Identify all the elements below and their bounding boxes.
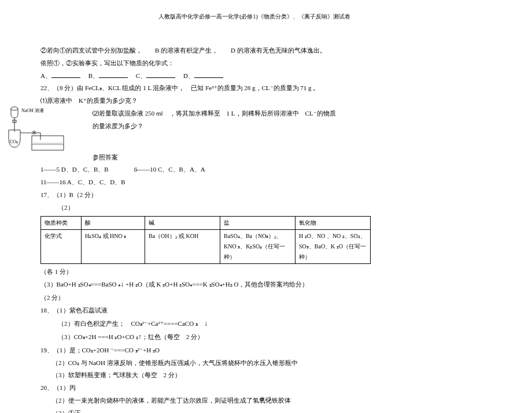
table-r1c5: 氧化物 bbox=[295, 216, 371, 229]
answer-17-3: （各 1 分） bbox=[40, 266, 497, 278]
question-pre-3: A、 B、 C、 D、 bbox=[40, 70, 497, 82]
table-r1c1: 物质种类 bbox=[41, 216, 82, 229]
blank-b bbox=[99, 71, 128, 78]
table-r1c2: 酸 bbox=[82, 216, 145, 229]
answer-20-1: 20、（1）丙 bbox=[40, 382, 497, 394]
label-a: A、 bbox=[40, 72, 51, 79]
apparatus-diagram: NaOH 溶液 水 CO₂ bbox=[3, 104, 72, 156]
blank-c bbox=[146, 71, 175, 78]
answer-19-1: 19、（1）是；CO₂+2OH ⁻===CO ₃²⁻+H ₂O bbox=[40, 345, 497, 356]
blank-a bbox=[51, 71, 80, 78]
table-r2c5: H ₂O、NO 、NO ₂、SO₂、SO₃、BaO、K ₂O（任写一种） bbox=[295, 229, 371, 263]
page-header: 人教版高中化学必修一高一化学(必修1)《物质分类》、《离子反响》测试卷 bbox=[12, 12, 497, 22]
table-r1c4: 盐 bbox=[220, 216, 295, 229]
ans-17-4a: （3）BaO+H ₂SO₄===BaSO ₄ bbox=[40, 281, 120, 288]
answer-17-1: 17、（1）B（2 分） bbox=[40, 189, 497, 201]
question-22-2: ⑴原溶液中 K⁺的质量为多少克？ bbox=[40, 95, 497, 107]
answers-title: 参照答案 bbox=[40, 152, 497, 163]
svg-rect-6 bbox=[32, 136, 64, 150]
question-pre-1: ②若向①的四支试管中分别加盐酸， B 的溶液有积淀产生， D 的溶液有无色无味的… bbox=[40, 45, 497, 57]
question-pre-2: 依照①，②实验事实，写出以下物质的化学式： bbox=[40, 58, 497, 69]
diagram-water-label: 水 bbox=[32, 130, 36, 135]
diagram-co2-label: CO₂ bbox=[10, 139, 18, 144]
answer-table: 物质种类 酸 碱 盐 氧化物 化学式 H₂SO₄ 或 HNO ₃ Ba（OH）₂… bbox=[40, 216, 371, 264]
table-r2c1: 化学式 bbox=[41, 229, 82, 263]
answer-19-2: （2）CO₂ 与 NaOH 溶液反响，使锥形瓶内压强减小，大气压将烧杯中的水压入… bbox=[40, 358, 497, 369]
table-r1c3: 碱 bbox=[145, 216, 220, 229]
ans-6-10-text: 6——10 C、C、B、A、A bbox=[134, 166, 205, 173]
answer-17-4: （3）BaO+H ₂SO₄===BaSO ₄↓ +H ₂O（或 K ₂O+H ₂… bbox=[40, 278, 497, 291]
ans-17-4b: +H ₂O（或 K ₂O+H ₂SO₄===K ₂SO₄+H₂ O，其他合理答案… bbox=[124, 281, 308, 288]
answer-18-1: 18、（1）紫色石蕊试液 bbox=[40, 305, 497, 317]
answer-18-2: （2）有白色积淀产生； CO₃²⁻+Ca²⁺====CaCO ₃ ↓ bbox=[40, 318, 497, 330]
answers-1-5: 1——5 D、D、C、B、B 6——10 C、C、B、A、A bbox=[40, 164, 497, 176]
document-body: ②若向①的四支试管中分别加盐酸， B 的溶液有积淀产生， D 的溶液有无色无味的… bbox=[40, 45, 497, 413]
down-arrow-icon-2: ↓ bbox=[204, 318, 208, 330]
table-r2c3: Ba（OH）₂ 或 KOH bbox=[145, 229, 220, 263]
blank-d bbox=[194, 71, 223, 78]
ans-18-3b: ；红色（每空 2 分） bbox=[142, 333, 204, 340]
answer-20-3: （3）①正 bbox=[40, 408, 497, 413]
diagram-naoh-label: NaOH 溶液 bbox=[21, 108, 44, 113]
ans-18-2a: （2）有白色积淀产生； CO₃²⁻+Ca²⁺====CaCO ₃ bbox=[58, 320, 204, 327]
table-r2c2: H₂SO₄ 或 HNO ₃ bbox=[82, 229, 145, 263]
question-22-4: 的量浓度为多少？ bbox=[40, 121, 497, 132]
label-c: C、 bbox=[130, 72, 146, 79]
answer-18-3: （3）CO₃+2H ===H ₂O+CO ₂↑；红色（每空 2 分） bbox=[40, 331, 497, 344]
question-22-3: ⑵若量取该混杂液 250 ml ，将其加水稀释至 1 L，则稀释后所得溶液中 C… bbox=[40, 108, 497, 120]
answer-17-2: （2） bbox=[40, 202, 497, 214]
svg-point-0 bbox=[11, 107, 18, 110]
question-22-1: 22、（8 分）由 FeCL₃、KCL 组成的 1 L 混杂液中， 已知 Fe³… bbox=[40, 83, 497, 94]
answer-19-3: （3）软塑料瓶变瘪；气球胀大（每空 2 分） bbox=[40, 370, 497, 381]
table-r2c4: BaSO₄、Ba（NO₃）₂、KNO ₃、K₂SO₄（任写一种） bbox=[220, 229, 295, 263]
label-b: B、 bbox=[82, 72, 99, 79]
label-d: D、 bbox=[177, 72, 194, 79]
answer-17-5: （2 分） bbox=[40, 292, 497, 304]
answers-11-16: 11——16 A、C、D、C、D、B bbox=[40, 177, 497, 188]
ans-18-3a: （3）CO₃+2H ===H ₂O+CO ₂ bbox=[58, 333, 138, 340]
page-footer: 3 / 3 bbox=[0, 394, 532, 404]
ans-1-5-text: 1——5 D、D、C、B、B bbox=[40, 166, 109, 173]
